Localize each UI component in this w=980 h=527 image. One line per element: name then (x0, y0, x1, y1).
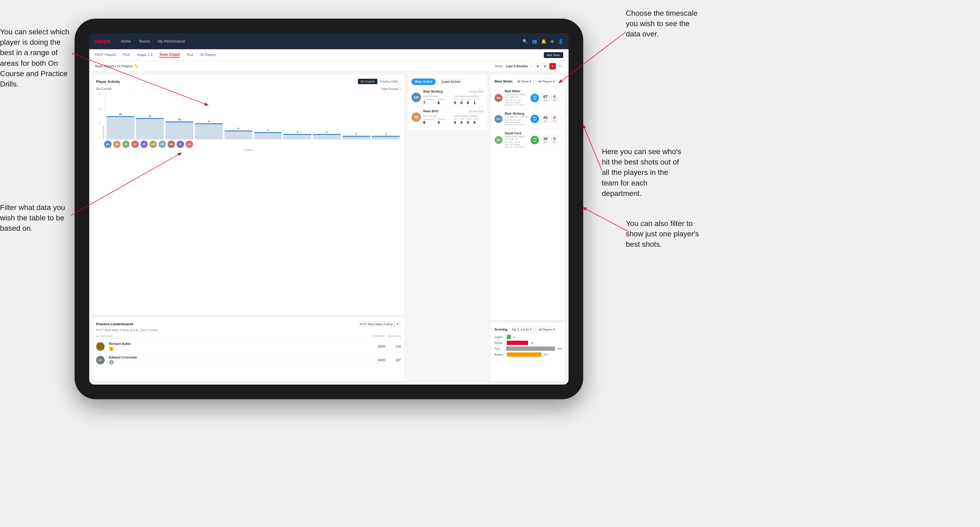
nav-home[interactable]: Home (121, 39, 131, 43)
sub-nav-tour[interactable]: Tour (186, 53, 193, 57)
rees-arg: 0 (467, 120, 471, 125)
filter-dropdown-icon[interactable]: ▾ (399, 87, 401, 90)
avatar-edward: EC (96, 356, 105, 364)
avatar-blair-shot: BM (495, 115, 503, 123)
all-shots-label: All Shots (517, 80, 529, 83)
shot-row-matt[interactable]: MM Matt Miller Royal North Devon GC, Hol… (495, 87, 562, 109)
shot-row-blair[interactable]: BM Blair McHarg Ashridge GC, Hole 15 Sho… (495, 109, 562, 129)
blair-putt: 1 (474, 101, 479, 105)
users-icon[interactable]: 👥 (532, 39, 537, 44)
profile-icon[interactable]: 👤 (558, 39, 563, 44)
avatar-dford: DF (122, 141, 130, 148)
grid-view-btn[interactable]: ⊞ (535, 63, 541, 70)
practice-filter-label: PUTT Must Make Putting ... (360, 322, 396, 326)
on-course-label: On Course (96, 87, 111, 91)
annotation-bottom-right: You can also filter to show just one pla… (626, 218, 706, 250)
player-name-richard: Richard Butler (109, 342, 367, 346)
show-select[interactable]: Last 3 months (506, 64, 528, 68)
rees-putt-label: PUTT (474, 118, 479, 120)
bar-dford: 10 (165, 118, 193, 139)
activity-tabs: Most Active Least Active (412, 78, 484, 85)
best-shots-header: Best Shots All Shots ▾ All Players ▾ (495, 78, 562, 84)
bogeys-value: 311 (544, 353, 548, 356)
avatar-row: BM RB DF JC EE GB RB MM EC LR (96, 141, 401, 148)
view-icons: ⊞ ⊟ ♥ ≡ (535, 63, 563, 70)
avatar-rbritt: RB (113, 141, 121, 148)
pb-avg-richard: 110 (387, 344, 401, 348)
all-shots-icon: ▾ (530, 79, 531, 83)
david-shot-details: Shot Dist: 16 yds Start Lie: Rough End L… (504, 141, 528, 148)
eagles-bar (507, 335, 511, 339)
show-label: Show: (495, 64, 503, 68)
edit-icon[interactable]: ✏️ (135, 64, 138, 68)
chevron-david: › (560, 138, 562, 142)
sub-nav-pga[interactable]: PGA (123, 53, 130, 57)
add-team-button[interactable]: Add Team (544, 52, 563, 58)
practice-drills-btn[interactable]: Practice Drills (377, 79, 401, 84)
search-icon[interactable]: 🔍 (522, 39, 528, 44)
practice-filter-btn[interactable]: PUTT Must Make Putting ... ▾ (357, 321, 401, 327)
practice-filter-icon: ▾ (397, 322, 398, 326)
y-label-0: 0 (100, 137, 101, 140)
avatar-rbutler: RB (158, 141, 166, 148)
rees-name: Rees Britt (423, 110, 438, 113)
most-active-tab[interactable]: Most Active (412, 78, 436, 85)
practice-subtitle: PUTT Must Make Putting (3-6 ft), Last 3 … (96, 329, 401, 332)
heart-view-btn[interactable]: ♥ (549, 63, 556, 70)
rees-total-rounds-label: Total Rounds (423, 115, 453, 117)
avatar-lrobertson: LR (186, 141, 193, 148)
list-view-btn[interactable]: ⊟ (542, 63, 548, 70)
pars-label: Pars (495, 347, 504, 350)
activity-player-2[interactable]: RB Rees Britt 02 Sep 2023 Total Rounds (412, 107, 484, 127)
activity-toggle: On Course Practice Drills (358, 78, 401, 84)
scoring-header: Scoring Par 3, 4 & 5s ▾ All Players ▾ (495, 327, 562, 332)
rees-tournament: 8 (423, 120, 434, 125)
rees-gtt-label: GTT (454, 118, 458, 120)
bell-icon[interactable]: 🔔 (541, 39, 546, 44)
birdies-label: Birdies (495, 341, 505, 344)
pb-score-edward: 18/20 (369, 358, 385, 362)
blair-stats: 43 yds 0 yds (541, 114, 558, 123)
bar-gbillingham: 4 (254, 129, 282, 139)
y-label-5: 5 (100, 122, 101, 125)
nav-my-performance[interactable]: My Performance (158, 39, 185, 43)
nav-bar: clippd Home Teams My Performance 🔍 👥 🔔 ⊕… (89, 33, 568, 49)
settings-view-btn[interactable]: ≡ (557, 63, 563, 70)
shot-row-david[interactable]: DF David Ford Royal North Devon GC, Hole… (495, 129, 562, 151)
all-players-filter[interactable]: All Players ▾ (536, 78, 557, 84)
chevron-blair: › (560, 117, 562, 121)
rees-putt: 0 (474, 120, 479, 125)
scoring-filter1[interactable]: Par 3, 4 & 5s ▾ (509, 327, 534, 332)
annotation-top-left: You can select which player is doing the… (0, 27, 72, 89)
sub-nav-hcaps[interactable]: Hcaps 1-5 (137, 53, 153, 57)
bar-eebert: 5 (224, 127, 253, 139)
david-shot-location: Royal North Devon GC, Hole 15 (504, 135, 528, 141)
nav-teams[interactable]: Teams (139, 39, 150, 43)
rees-gtt: 0 (454, 120, 458, 125)
sub-nav-team-clippd[interactable]: Team Clippd (159, 52, 180, 57)
blair-stat2: 0 yds (551, 114, 558, 123)
most-active-card: Most Active Least Active BM Blair McHarg… (408, 75, 488, 131)
leaderboard-row-2[interactable]: EC Edward Crossman 2 18/20 107 (96, 354, 401, 367)
matt-stat1: 67 yds (541, 94, 550, 102)
on-course-btn[interactable]: On Course (358, 79, 377, 84)
sub-nav-all-players[interactable]: All Players (200, 53, 216, 57)
avatar-ecrossman: EC (177, 141, 184, 148)
avatar-richard (96, 342, 105, 351)
tablet-screen: clippd Home Teams My Performance 🔍 👥 🔔 ⊕… (89, 33, 568, 384)
all-shots-filter[interactable]: All Shots ▾ (515, 78, 534, 84)
sub-nav-pgat[interactable]: PGAT Players (94, 53, 116, 57)
y-axis-title: Total Rounds (102, 125, 105, 140)
dropdown-icon[interactable]: ▾ (530, 65, 532, 68)
david-stat1: 16 yds (541, 135, 550, 144)
blair-shot-name: Blair McHarg (504, 112, 528, 116)
activity-player-1[interactable]: BM Blair McHarg 26 Aug 2023 Total Rounds (412, 87, 484, 107)
leaderboard-row-1[interactable]: Richard Butler 1 19/20 110 (96, 340, 401, 354)
least-active-tab[interactable]: Least Active (438, 78, 463, 85)
chart-filter[interactable]: Total Rounds ▾ (381, 87, 401, 90)
bogeys-label: Bogeys (495, 353, 505, 356)
middle-panel: Most Active Least Active BM Blair McHarg… (408, 75, 488, 381)
avatar-bmcharg: BM (104, 141, 111, 148)
add-icon[interactable]: ⊕ (550, 39, 554, 44)
scoring-filter2[interactable]: All Players ▾ (536, 327, 557, 332)
